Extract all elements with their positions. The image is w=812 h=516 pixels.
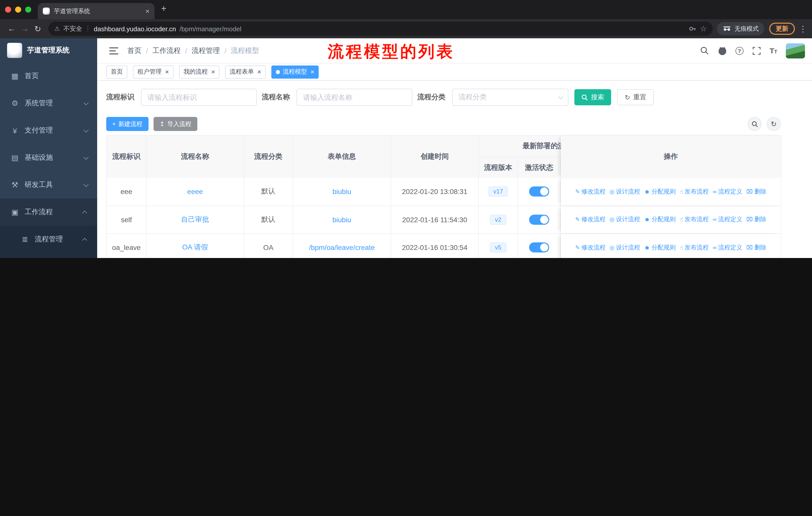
url-path: /bpm/manager/model [179,25,241,32]
breadcrumb-workflow[interactable]: 工作流程 [152,46,181,55]
sidebar-item-home[interactable]: ▦ 首页 [0,62,97,90]
sidebar-item-infra[interactable]: ▤ 基础设施 [0,144,97,171]
action-definition[interactable]: ∞流程定义 [713,187,743,196]
table-row: eee eeee 默认 biubiu 2022-01-20 13:08:31 v… [107,178,781,206]
close-icon[interactable]: × [257,69,261,75]
action-definition[interactable]: ∞流程定义 [713,215,743,224]
tag-tenant[interactable]: 租户管理 × [133,65,173,78]
bookmark-star-icon[interactable]: ☆ [700,24,707,33]
form-info-link[interactable]: /bpm/oa/leave/create [309,244,375,252]
publish-icon: ☝ [679,245,683,250]
action-modify[interactable]: ✎修改流程 [575,243,605,252]
github-icon[interactable] [718,46,727,55]
tag-process-model[interactable]: 流程模型 × [271,65,319,78]
active-toggle[interactable] [529,215,549,225]
sidebar-item-devtools[interactable]: ⚒ 研发工具 [0,171,97,198]
action-modify[interactable]: ✎修改流程 [575,187,605,196]
browser-tab[interactable]: 芋道管理系统 × [38,3,154,19]
tag-process-form[interactable]: 流程表单 × [225,65,265,78]
version-tag: v5 [490,242,506,253]
action-label: 删除 [754,243,766,252]
tab-close-icon[interactable]: × [145,7,149,15]
close-icon[interactable]: × [165,69,169,75]
screen: 芋道管理系统 × + ← → ↻ ⚠ 不安全 dashboard.yudao.i… [0,0,812,258]
action-design[interactable]: ◎设计流程 [610,215,640,224]
password-key-icon[interactable] [689,25,696,33]
process-name-link[interactable]: 自己审批 [181,215,209,224]
security-label[interactable]: 不安全 [63,24,82,33]
process-category-select[interactable]: 流程分类 [452,89,568,106]
search-button[interactable]: 搜索 [574,89,611,105]
action-publish[interactable]: ☝发布流程 [679,243,708,252]
toggle-search-button[interactable] [748,117,762,131]
active-toggle[interactable] [529,187,549,197]
breadcrumb-current: 流程模型 [231,46,259,55]
new-tab-button[interactable]: + [161,3,166,14]
help-icon[interactable]: ? [735,47,743,55]
create-button-label: 新建流程 [118,120,142,128]
close-icon[interactable]: × [311,69,314,75]
tag-home[interactable]: 首页 [106,65,127,78]
process-name-link[interactable]: eeee [187,188,203,196]
app-logo[interactable]: 芋道管理系统 [0,38,97,62]
action-label: 修改流程 [581,215,606,224]
reset-button[interactable]: ↻ 重置 [617,89,654,105]
tag-my-process[interactable]: 我的流程 × [179,65,220,78]
breadcrumb-process-mgmt[interactable]: 流程管理 [192,46,220,55]
action-definition[interactable]: ∞流程定义 [713,243,743,252]
action-modify[interactable]: ✎修改流程 [575,215,605,224]
import-process-button[interactable]: ↥ 导入流程 [153,117,197,131]
sidebar-item-payment[interactable]: ¥ 支付管理 [0,117,97,144]
sidebar-item-workflow[interactable]: ▣ 工作流程 [0,198,97,226]
reload-icon[interactable]: ↻ [31,22,44,35]
tags-view: 首页 租户管理 × 我的流程 × 流程表单 × 流程模型 × [97,63,812,81]
incognito-icon [722,25,731,33]
sidebar-item-process-mgmt[interactable]: ≣ 流程管理 [0,226,97,253]
action-publish[interactable]: ☝发布流程 [679,215,708,224]
breadcrumb-home[interactable]: 首页 [127,46,141,55]
action-assign[interactable]: ☻分配规则 [644,187,675,196]
row-created-time: 2022-01-20 13:08:31 [402,188,467,196]
hamburger-icon[interactable] [109,47,118,54]
action-publish[interactable]: ☝发布流程 [679,187,708,196]
forward-icon[interactable]: → [18,22,31,35]
action-design[interactable]: ◎设计流程 [610,243,640,252]
plus-icon: + [112,120,116,128]
window-controls [5,6,31,12]
action-delete[interactable]: ⌧删除 [746,187,766,196]
warning-icon: ⚠ [54,25,60,32]
sidebar-item-system[interactable]: ⚙ 系统管理 [0,90,97,117]
minimize-window-button[interactable] [15,6,21,12]
form-info-link[interactable]: biubiu [332,188,351,196]
url-divider [88,25,88,32]
font-size-icon[interactable]: TT [770,46,777,55]
action-label: 分配规则 [651,187,675,196]
action-delete[interactable]: ⌧删除 [746,215,766,224]
process-name-input[interactable] [296,89,412,106]
close-icon[interactable]: × [211,69,215,75]
zoom-window-button[interactable] [25,6,31,12]
action-assign[interactable]: ☻分配规则 [644,243,675,252]
create-process-button[interactable]: + 新建流程 [106,117,148,131]
table-row: self 自己审批 默认 biubiu 2022-01-16 11:54:30 … [107,206,781,234]
form-info-link[interactable]: biubiu [332,216,351,224]
search-icon[interactable] [700,46,709,55]
active-toggle[interactable] [529,243,549,253]
action-label: 发布流程 [685,215,709,224]
fullscreen-icon[interactable] [752,46,761,55]
update-button[interactable]: 更新 [769,23,795,35]
address-bar[interactable]: ⚠ 不安全 dashboard.yudao.iocoder.cn/bpm/man… [48,22,713,36]
back-icon[interactable]: ← [5,22,18,35]
refresh-table-button[interactable]: ↻ [767,117,781,131]
action-design[interactable]: ◎设计流程 [610,187,640,196]
process-name-link[interactable]: OA 请假 [182,243,208,252]
close-window-button[interactable] [5,6,11,12]
process-key-input[interactable] [141,89,257,106]
avatar[interactable] [786,43,805,58]
browser-menu-icon[interactable]: ⋮ [799,24,807,33]
sidebar-item-process-form[interactable]: ▤ 流程表单 [0,253,97,258]
design-icon: ◎ [610,245,614,250]
action-assign[interactable]: ☻分配规则 [644,215,675,224]
refresh-icon: ↻ [771,120,777,128]
action-delete[interactable]: ⌧删除 [746,243,766,252]
